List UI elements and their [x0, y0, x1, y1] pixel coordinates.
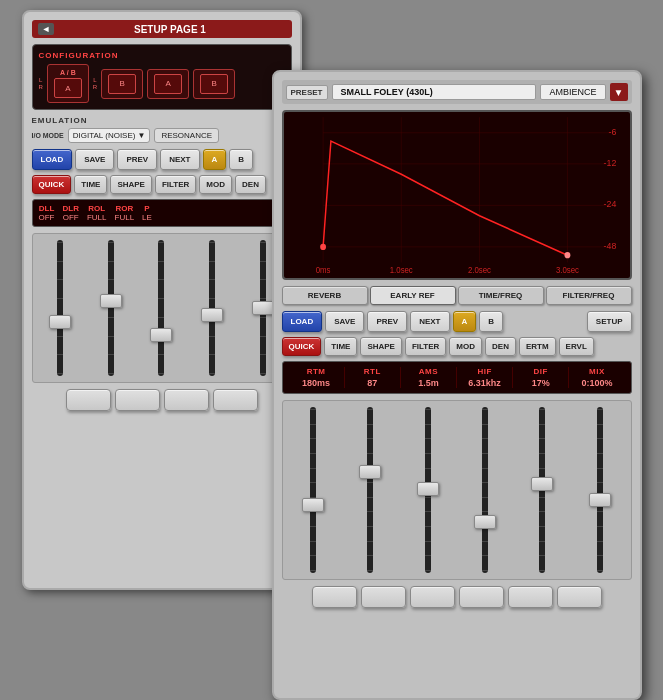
svg-text:-12: -12: [603, 158, 616, 168]
load-button[interactable]: LOAD: [282, 311, 323, 332]
ertm-btn[interactable]: ERTM: [519, 337, 556, 356]
setup-header: ◄ SETUP PAGE 1: [32, 20, 292, 38]
back-fader-2: [87, 240, 134, 376]
tab-time-freq[interactable]: TIME/FREQ: [458, 286, 544, 305]
emulation-label: EMULATION: [32, 116, 292, 125]
display-area: -6 -12 -24 -48 0ms 1.0sec 2.0sec 3.0sec: [282, 110, 632, 280]
fader-3: [401, 407, 454, 573]
back-time-btn[interactable]: TIME: [74, 175, 107, 194]
config-blocks: L R A / B A L R B: [39, 64, 285, 103]
back-quick-btn[interactable]: QUICK: [32, 175, 72, 194]
svg-text:3.0sec: 3.0sec: [555, 266, 578, 275]
config-block-a2: A: [147, 69, 189, 99]
emulation-section: EMULATION I/O MODE DIGITAL (NOISE) ▼ RES…: [32, 116, 292, 143]
back-bottom-btn-1[interactable]: [66, 389, 111, 411]
save-button[interactable]: SAVE: [325, 311, 364, 332]
fader-thumb-3[interactable]: [417, 482, 439, 496]
bottom-btn-3[interactable]: [410, 586, 455, 608]
param-display: RTM 180ms RTL 87 AMS 1.5m HIF 6.31khz DI…: [282, 361, 632, 394]
next-button[interactable]: NEXT: [410, 311, 449, 332]
config-block-b: B: [101, 69, 143, 99]
tab-reverb[interactable]: REVERB: [282, 286, 368, 305]
io-mode-value: DIGITAL (NOISE): [73, 131, 136, 140]
back-fader-3: [138, 240, 185, 376]
back-a-button[interactable]: A: [203, 149, 227, 170]
param-rtm: RTM 180ms: [289, 367, 345, 388]
fader-thumb-6[interactable]: [589, 493, 611, 507]
a-button[interactable]: A: [453, 311, 477, 332]
svg-text:-6: -6: [608, 127, 616, 137]
io-mode-dropdown[interactable]: DIGITAL (NOISE) ▼: [68, 128, 151, 143]
param-hif: HIF 6.31khz: [457, 367, 513, 388]
svg-point-9: [564, 252, 570, 258]
back-fader-thumb-4[interactable]: [201, 308, 223, 322]
preset-name[interactable]: SMALL FOLEY (430L): [332, 84, 537, 100]
svg-text:-48: -48: [603, 241, 616, 251]
back-den-btn[interactable]: DEN: [235, 175, 266, 194]
setup-title: SETUP PAGE 1: [134, 24, 206, 35]
resonance-button[interactable]: RESONANCE: [154, 128, 219, 143]
fader-thumb-1[interactable]: [302, 498, 324, 512]
fader-thumb-2[interactable]: [359, 465, 381, 479]
bottom-btn-2[interactable]: [361, 586, 406, 608]
quick-btn[interactable]: QUICK: [282, 337, 322, 356]
back-bottom-btn-2[interactable]: [115, 389, 160, 411]
back-main-btn-row: LOAD SAVE PREV NEXT A B: [32, 149, 292, 170]
back-fader-thumb-1[interactable]: [49, 315, 71, 329]
svg-text:-24: -24: [603, 199, 616, 209]
filter-btn[interactable]: FILTER: [405, 337, 446, 356]
back-b-button[interactable]: B: [229, 149, 253, 170]
back-fader-thumb-2[interactable]: [100, 294, 122, 308]
back-prev-button[interactable]: PREV: [117, 149, 157, 170]
bottom-btn-1[interactable]: [312, 586, 357, 608]
back-shape-btn[interactable]: SHAPE: [110, 175, 152, 194]
bottom-btn-5[interactable]: [508, 586, 553, 608]
io-mode-label: I/O MODE: [32, 132, 64, 139]
setup-button[interactable]: SETUP: [587, 311, 632, 332]
b-button[interactable]: B: [479, 311, 503, 332]
emulation-row: I/O MODE DIGITAL (NOISE) ▼ RESONANCE: [32, 128, 292, 143]
back-filter-btn[interactable]: FILTER: [155, 175, 196, 194]
svg-point-8: [320, 244, 326, 250]
back-fader-thumb-3[interactable]: [150, 328, 172, 342]
back-bottom-btn-4[interactable]: [213, 389, 258, 411]
quick-row: QUICK TIME SHAPE FILTER MOD DEN ERTM ERV…: [282, 337, 632, 356]
back-save-button[interactable]: SAVE: [75, 149, 114, 170]
bottom-btns: [282, 586, 632, 608]
tab-filter-freq[interactable]: FILTER/FREQ: [546, 286, 632, 305]
main-btn-row: LOAD SAVE PREV NEXT A B SETUP: [282, 311, 632, 332]
fader-6: [573, 407, 626, 573]
back-next-button[interactable]: NEXT: [160, 149, 199, 170]
fader-thumb-4[interactable]: [474, 515, 496, 529]
den-btn[interactable]: DEN: [485, 337, 516, 356]
prev-button[interactable]: PREV: [367, 311, 407, 332]
back-fader-thumb-5[interactable]: [252, 301, 274, 315]
back-bottom-btn-3[interactable]: [164, 389, 209, 411]
back-fader-4: [189, 240, 236, 376]
time-btn[interactable]: TIME: [324, 337, 357, 356]
ervl-btn[interactable]: ERVL: [559, 337, 594, 356]
back-quick-row: QUICK TIME SHAPE FILTER MOD DEN: [32, 175, 292, 194]
param-mix: MIX 0:100%: [569, 367, 624, 388]
back-mod-btn[interactable]: MOD: [199, 175, 232, 194]
back-bottom-btns: [32, 389, 292, 411]
bottom-btn-4[interactable]: [459, 586, 504, 608]
preset-bar: PRESET SMALL FOLEY (430L) AMBIENCE ▼: [282, 80, 632, 104]
config-block-b2: B: [193, 69, 235, 99]
fader-5: [516, 407, 569, 573]
preset-label: PRESET: [286, 85, 328, 100]
back-load-button[interactable]: LOAD: [32, 149, 73, 170]
faders-area: [282, 400, 632, 580]
preset-arrow-btn[interactable]: ▼: [610, 83, 628, 101]
tab-early-ref[interactable]: EARLY REF: [370, 286, 456, 305]
back-arrow-btn[interactable]: ◄: [38, 23, 55, 35]
param-rtl: RTL 87: [345, 367, 401, 388]
back-panel: ◄ SETUP PAGE 1 CONFIGURATION L R A / B A: [22, 10, 302, 590]
fader-2: [344, 407, 397, 573]
shape-btn[interactable]: SHAPE: [360, 337, 402, 356]
fader-thumb-5[interactable]: [531, 477, 553, 491]
device-container: ◄ SETUP PAGE 1 CONFIGURATION L R A / B A: [22, 10, 642, 690]
back-fader-1: [37, 240, 84, 376]
mod-btn[interactable]: MOD: [449, 337, 482, 356]
bottom-btn-6[interactable]: [557, 586, 602, 608]
